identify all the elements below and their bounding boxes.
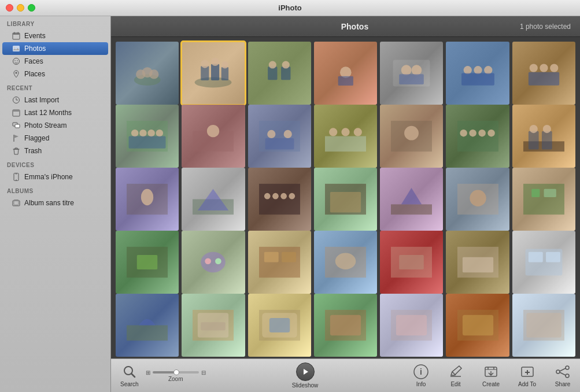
photo-cell[interactable] xyxy=(512,168,575,231)
photo-cell[interactable] xyxy=(380,231,443,294)
share-icon xyxy=(555,364,571,380)
photo-cell[interactable] xyxy=(314,231,377,294)
photo-cell[interactable] xyxy=(182,231,245,294)
sidebar-item-last-12-months[interactable]: Last 12 Months xyxy=(2,106,108,119)
photo-cell[interactable] xyxy=(116,231,179,294)
minimize-button[interactable] xyxy=(17,4,24,12)
svg-rect-107 xyxy=(399,255,424,269)
sidebar-item-label: Emma's iPhone xyxy=(24,173,73,181)
sidebar-item-flagged[interactable]: Flagged xyxy=(2,132,108,145)
traffic-lights xyxy=(6,4,35,12)
svg-point-55 xyxy=(148,130,155,136)
zoom-control: ⊞ ⊟ Zoom xyxy=(146,369,206,382)
svg-point-78 xyxy=(529,125,537,133)
search-button[interactable]: Search xyxy=(116,361,143,390)
svg-point-144 xyxy=(566,374,569,378)
sidebar-item-places[interactable]: Places xyxy=(2,68,108,80)
slideshow-button[interactable]: Slideshow xyxy=(292,363,319,389)
photo-thumbnail xyxy=(248,231,311,294)
photo-thumbnail xyxy=(446,42,509,105)
zoom-slider-container[interactable]: ⊞ ⊟ xyxy=(146,369,206,376)
photo-thumbnail xyxy=(512,231,575,294)
zoom-slider[interactable] xyxy=(153,371,199,373)
photo-cell[interactable] xyxy=(446,105,509,168)
maximize-button[interactable] xyxy=(28,4,35,12)
svg-point-49 xyxy=(540,64,548,72)
search-label: Search xyxy=(120,381,139,387)
photo-cell[interactable] xyxy=(314,294,377,357)
add-to-button[interactable]: Add To xyxy=(513,361,541,390)
photo-cell[interactable] xyxy=(314,168,377,231)
photo-cell[interactable] xyxy=(314,42,377,105)
svg-rect-57 xyxy=(129,136,166,149)
svg-point-32 xyxy=(211,58,219,66)
photo-cell[interactable] xyxy=(314,105,377,168)
edit-icon xyxy=(448,364,464,380)
close-button[interactable] xyxy=(6,4,13,12)
photo-cell[interactable] xyxy=(182,105,245,168)
svg-point-46 xyxy=(484,66,492,74)
sidebar-item-photo-stream[interactable]: Photo Stream xyxy=(2,119,108,132)
edit-button[interactable]: Edit xyxy=(443,361,468,390)
phone-icon xyxy=(12,172,21,182)
photo-thumbnail xyxy=(182,105,245,168)
svg-point-26 xyxy=(149,69,158,79)
photo-cell[interactable] xyxy=(116,168,179,231)
photo-cell[interactable] xyxy=(512,42,575,105)
svg-rect-30 xyxy=(221,67,228,80)
create-button[interactable]: Create xyxy=(478,361,504,390)
info-button[interactable]: i Info xyxy=(408,361,434,390)
photo-cell[interactable] xyxy=(512,105,575,168)
photo-cell[interactable] xyxy=(182,42,245,105)
sidebar-item-label: Events xyxy=(24,32,46,40)
photo-cell[interactable] xyxy=(446,42,509,105)
sidebar-item-events[interactable]: Events xyxy=(2,29,108,42)
sidebar-item-trash[interactable]: Trash xyxy=(2,145,108,157)
photo-thumbnail xyxy=(380,294,443,357)
photo-cell[interactable] xyxy=(380,42,443,105)
svg-rect-3 xyxy=(18,32,19,34)
svg-rect-90 xyxy=(391,205,432,215)
sidebar-item-faces[interactable]: Faces xyxy=(2,55,108,68)
svg-line-129 xyxy=(131,374,135,378)
svg-point-85 xyxy=(272,193,279,199)
svg-point-45 xyxy=(474,66,482,74)
photo-cell[interactable] xyxy=(512,231,575,294)
photo-cell[interactable] xyxy=(380,168,443,231)
photo-cell[interactable] xyxy=(248,42,311,105)
sidebar-item-last-import[interactable]: Last Import xyxy=(2,94,108,106)
photo-cell[interactable] xyxy=(116,42,179,105)
sidebar-item-label: Last 12 Months xyxy=(24,109,72,117)
photo-cell[interactable] xyxy=(446,294,509,357)
sidebar-item-album-sans-titre[interactable]: Album sans titre xyxy=(2,197,108,209)
photo-cell[interactable] xyxy=(446,231,509,294)
main-container: LIBRARY Events Photos xyxy=(0,16,580,392)
photo-thumbnail xyxy=(512,105,575,168)
sidebar-item-photos[interactable]: Photos xyxy=(2,42,108,55)
photo-cell[interactable] xyxy=(116,294,179,357)
title-bar: iPhoto xyxy=(0,0,580,16)
photo-thumbnail xyxy=(314,168,377,231)
photo-cell[interactable] xyxy=(248,231,311,294)
svg-rect-116 xyxy=(201,322,226,330)
calendar-icon xyxy=(12,31,21,40)
svg-line-146 xyxy=(560,372,566,375)
share-button[interactable]: Share xyxy=(550,361,575,390)
photo-cell[interactable] xyxy=(380,294,443,357)
flag-icon xyxy=(12,134,21,143)
photo-cell[interactable] xyxy=(512,294,575,357)
photo-cell[interactable] xyxy=(182,168,245,231)
photo-cell[interactable] xyxy=(380,105,443,168)
sidebar-item-emmas-iphone[interactable]: Emma's iPhone xyxy=(2,171,108,183)
svg-line-145 xyxy=(560,368,566,371)
photo-thumbnail xyxy=(314,231,377,294)
photo-cell[interactable] xyxy=(248,168,311,231)
svg-rect-123 xyxy=(396,315,427,336)
photo-cell[interactable] xyxy=(248,294,311,357)
svg-point-48 xyxy=(529,64,537,72)
photo-cell[interactable] xyxy=(116,105,179,168)
svg-point-69 xyxy=(404,126,419,140)
photo-cell[interactable] xyxy=(182,294,245,357)
photo-cell[interactable] xyxy=(248,105,311,168)
photo-cell[interactable] xyxy=(446,168,509,231)
